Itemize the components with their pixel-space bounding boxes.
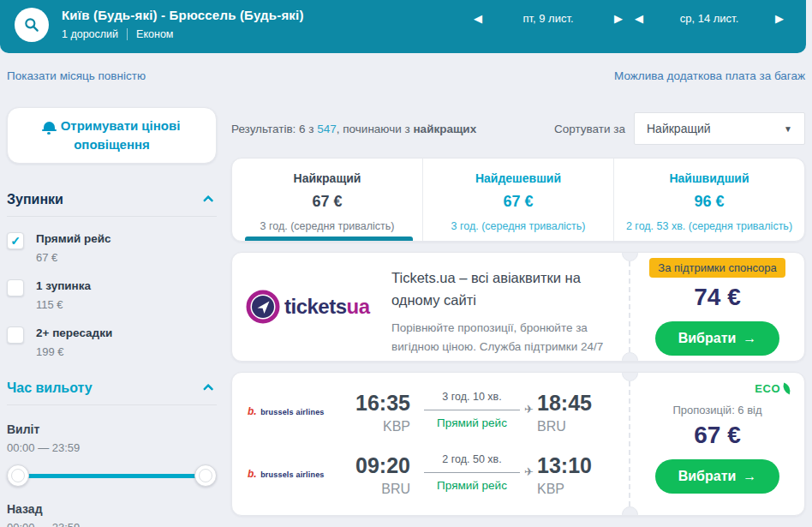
route-title: Київ (Будь-які) - Брюссель (Будь-які) (62, 8, 304, 22)
departure-time: 09:20 (343, 453, 410, 478)
sponsor-body: Tickets.ua – всі авіаквитки на одному са… (379, 253, 629, 361)
return-time-filter: Назад 00:00 — 23:59 (7, 502, 217, 527)
outbound-next-day-button[interactable]: ▶ (611, 10, 626, 27)
summary-bold: найкращих (413, 123, 476, 135)
arrival-endpoint: 13:10 KBP (537, 453, 604, 497)
tab-duration: 3 год. (середня тривалість) (232, 220, 422, 232)
flight-price-panel: ECO Пропозицій: 6 від 67 € Вибрати→ (629, 373, 804, 515)
tickets-ua-logo-icon (246, 290, 280, 324)
results-main: Результатів: 6 з 547, починаючи з найкра… (231, 112, 805, 516)
departure-airport-code: BRU (343, 482, 410, 497)
departure-time: 16:35 (343, 391, 410, 416)
outbound-date-group: ◀ пт, 9 лист. ▶ (470, 10, 626, 27)
eco-label: ECO (755, 382, 780, 395)
cabin-class: Економ (136, 28, 173, 40)
arrival-airport-code: BRU (537, 419, 604, 434)
search-summary-header: Київ (Будь-які) - Брюссель (Будь-які) 1 … (0, 0, 806, 53)
airline-name: brussels airlines (260, 470, 324, 479)
outbound-time-slider[interactable] (7, 463, 217, 488)
sort-control: Сортувати за Найкращий ▼ (554, 112, 805, 145)
sponsor-card: ticketsua Tickets.ua – всі авіаквитки на… (231, 252, 805, 362)
tab-cheapest[interactable]: Найдешевший 67 € 3 год. (середня тривалі… (422, 159, 613, 241)
checkbox-one-stop[interactable] (7, 279, 24, 296)
eco-badge: ECO (755, 382, 791, 395)
sort-label: Сортувати за (554, 123, 625, 135)
tab-duration: 2 год. 53 хв. (середня тривалість) (614, 220, 804, 232)
outbound-prev-day-button[interactable]: ◀ (470, 10, 486, 27)
slider-handle-max[interactable] (194, 464, 217, 487)
arrow-right-icon: → (743, 331, 756, 345)
flight-select-button[interactable]: Вибрати→ (655, 459, 780, 494)
tab-price: 67 € (232, 193, 422, 211)
sponsor-title: Tickets.ua – всі авіаквитки на одному са… (391, 267, 606, 311)
show-full-month-link[interactable]: Показати місяць повністю (7, 69, 146, 82)
outbound-time-label: Виліт (7, 422, 217, 436)
sort-select[interactable]: Найкращий ▼ (634, 112, 805, 145)
stop-option-price: 115 € (36, 298, 91, 311)
stop-option-one-stop[interactable]: 1 зупинка 115 € (7, 279, 217, 311)
departure-time-header[interactable]: Час вильоту (7, 380, 217, 396)
flight-price: 67 € (694, 422, 741, 449)
filters-sidebar: Отримувати цінові оповіщення Зупинки ✓ П… (7, 107, 217, 527)
sponsor-price: 74 € (694, 284, 741, 311)
tab-fastest[interactable]: Найшвидший 96 € 2 год. 53 хв. (середня т… (613, 159, 804, 241)
flight-legs: b. brussels airlines 16:35 KBP 3 год. 10… (232, 373, 629, 515)
price-alert-label: Отримувати цінові оповіщення (61, 118, 181, 152)
chevron-up-icon[interactable] (203, 195, 214, 207)
leg-line: ✈ (424, 472, 520, 473)
tab-price: 67 € (423, 193, 613, 211)
price-alert-button[interactable]: Отримувати цінові оповіщення (7, 107, 217, 164)
stop-option-texts: 2+ пересадки 199 € (36, 326, 112, 358)
departure-endpoint: 09:20 BRU (343, 453, 410, 497)
stop-option-direct[interactable]: ✓ Прямий рейс 67 € (7, 232, 217, 264)
caret-down-icon: ▼ (784, 124, 792, 134)
arrival-airport-code: KBP (537, 482, 604, 497)
slider-handle-min[interactable] (7, 464, 29, 487)
outbound-leg: b. brussels airlines 16:35 KBP 3 год. 10… (248, 391, 629, 440)
chevron-up-icon[interactable] (203, 384, 214, 395)
airline-logo: b. brussels airlines (248, 465, 343, 481)
section-divider (7, 216, 217, 217)
results-summary: Результатів: 6 з 547, починаючи з найкра… (231, 123, 476, 135)
checkbox-direct[interactable]: ✓ (7, 232, 24, 249)
sponsor-select-button[interactable]: Вибрати→ (655, 321, 780, 356)
leg-middle: 3 год. 10 хв. ✈ Прямий рейс (424, 391, 520, 429)
leg-stops-label: Прямий рейс (424, 416, 520, 429)
search-button[interactable] (15, 8, 49, 42)
stop-option-texts: 1 зупинка 115 € (36, 279, 91, 311)
airline-name: brussels airlines (260, 408, 324, 416)
summary-middle: , починаючи з (337, 123, 414, 135)
return-next-day-button[interactable]: ▶ (772, 10, 787, 27)
stop-option-price: 199 € (36, 345, 112, 358)
departure-time-title: Час вильоту (7, 380, 93, 396)
stop-option-two-plus[interactable]: 2+ пересадки 199 € (7, 326, 217, 358)
summary-count: 547 (317, 123, 337, 135)
route-info: Київ (Будь-які) - Брюссель (Будь-які) 1 … (62, 8, 304, 40)
date-navigation: ◀ пт, 9 лист. ▶ ◀ ср, 14 лист. ▶ (470, 10, 787, 27)
stops-section-title: Зупинки (7, 192, 63, 207)
return-prev-day-button[interactable]: ◀ (631, 10, 647, 27)
airline-logo: b. brussels airlines (248, 403, 343, 418)
leg-duration: 3 год. 10 хв. (424, 391, 520, 403)
leg-duration: 2 год. 50 хв. (424, 453, 520, 465)
stop-option-label: 1 зупинка (36, 279, 91, 292)
tickets-ua-logo-text: ticketsua (284, 295, 370, 319)
arrow-right-icon: → (743, 469, 756, 483)
leaf-icon (780, 382, 792, 394)
stops-filter-section: Зупинки ✓ Прямий рейс 67 € 1 зупинка 115… (7, 192, 217, 358)
flight-result-card[interactable]: b. brussels airlines 16:35 KBP 3 год. 10… (231, 372, 805, 516)
stops-section-header[interactable]: Зупинки (7, 192, 217, 207)
outbound-time-range: 00:00 — 23:59 (7, 441, 217, 454)
brussels-airlines-icon: b. (248, 468, 257, 480)
baggage-fee-link[interactable]: Можлива додаткова плата за багаж (614, 69, 805, 82)
stop-option-label: 2+ пересадки (36, 326, 112, 339)
logo-text-primary: tickets (284, 295, 347, 318)
subheader-row: Показати місяць повністю Можлива додатко… (7, 69, 805, 82)
sponsor-price-panel: За підтримки спонсора 74 € Вибрати→ (629, 253, 804, 361)
checkbox-two-plus[interactable] (7, 326, 24, 344)
tab-best[interactable]: Найкращий 67 € 3 год. (середня триваліст… (232, 159, 422, 241)
tab-label: Найшвидший (614, 171, 804, 185)
subtitle-divider (127, 28, 128, 40)
bell-icon (44, 122, 55, 131)
departure-time-section: Час вильоту Виліт 00:00 — 23:59 Назад 00… (7, 380, 217, 527)
